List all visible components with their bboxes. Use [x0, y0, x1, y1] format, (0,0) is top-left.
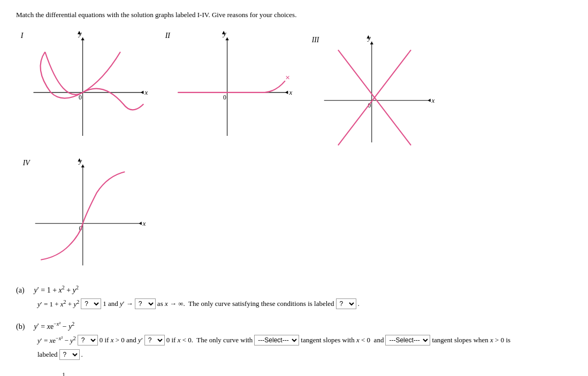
- svg-text:I: I: [20, 31, 24, 40]
- svg-text:x: x: [431, 97, 435, 104]
- select-b-graph[interactable]: ? I II III IV: [59, 349, 80, 360]
- svg-marker-15: [225, 37, 229, 40]
- svg-text:III: III: [311, 36, 320, 44]
- question-c: (c) y′ = 1 1 + ex² + y2 y′ = 1 1 + ex² +…: [16, 371, 572, 376]
- graph-IV: IV y ▲ x 0: [16, 156, 155, 274]
- question-a-label: (a): [16, 286, 32, 295]
- questions-section: (a) y′ = 1 + x2 + y2 y′ = 1 + x2 + y2 ? …: [16, 285, 572, 376]
- svg-marker-33: [139, 222, 142, 225]
- question-b-eq: y′ = xe−x² − y2: [34, 323, 75, 331]
- svg-marker-14: [285, 91, 288, 95]
- svg-text:II: II: [165, 31, 171, 40]
- svg-text:▲: ▲: [77, 157, 82, 163]
- select-b-slope2[interactable]: ---Select--- positive negative zero: [385, 335, 430, 346]
- select-b-compare1[interactable]: ? > < ≥ ≤: [78, 335, 98, 346]
- svg-text:▲: ▲: [77, 29, 82, 36]
- select-a-graph[interactable]: ? I II III IV: [336, 298, 356, 309]
- question-b-title: (b) y′ = xe−x² − y2: [16, 321, 572, 331]
- svg-text:IV: IV: [22, 159, 31, 167]
- question-a: (a) y′ = 1 + x2 + y2 y′ = 1 + x2 + y2 ? …: [16, 285, 572, 311]
- svg-marker-5: [141, 91, 143, 95]
- svg-text:x: x: [144, 88, 148, 96]
- instruction: Match the differential equations with th…: [16, 11, 572, 19]
- graph-II: II y ▲ x 0 ✕: [161, 28, 300, 145]
- svg-text:✕: ✕: [285, 74, 290, 81]
- question-a-eq: y′ = 1 + x2 + y2: [34, 286, 79, 294]
- question-c-title: (c) y′ = 1 1 + ex² + y2: [16, 371, 572, 376]
- svg-marker-24: [428, 99, 431, 102]
- svg-marker-25: [370, 42, 373, 44]
- question-a-detail: y′ = 1 + x2 + y2 ? > < ≥ ≤ 1 and y′ → ? …: [37, 297, 572, 311]
- select-a-compare[interactable]: ? > < ≥ ≤: [81, 298, 101, 309]
- svg-text:▲: ▲: [221, 29, 227, 36]
- question-b-label: (b): [16, 323, 32, 331]
- svg-text:▲: ▲: [365, 34, 371, 40]
- question-b: (b) y′ = xe−x² − y2 y′ = xe−x² − y2 ? > …: [16, 321, 572, 362]
- svg-text:0: 0: [223, 94, 226, 101]
- svg-text:x: x: [289, 88, 293, 96]
- graphs-container: I y ▲ x 0 II y ▲: [16, 28, 572, 274]
- question-a-title: (a) y′ = 1 + x2 + y2: [16, 285, 572, 295]
- select-b-compare2[interactable]: ? > < ≥ ≤: [144, 335, 165, 346]
- question-b-detail: y′ = xe−x² − y2 ? > < ≥ ≤ 0 if x > 0 and…: [37, 333, 572, 362]
- select-a-limit[interactable]: ? 0 ∞ -∞ 1: [135, 298, 156, 309]
- svg-text:x: x: [142, 220, 146, 227]
- graph-III: III y ▲ x 0: [305, 33, 444, 151]
- svg-marker-6: [81, 37, 85, 40]
- svg-marker-34: [81, 165, 85, 167]
- graph-I: I y ▲ x 0: [16, 28, 155, 145]
- select-b-slope1[interactable]: ---Select--- positive negative zero: [254, 335, 299, 346]
